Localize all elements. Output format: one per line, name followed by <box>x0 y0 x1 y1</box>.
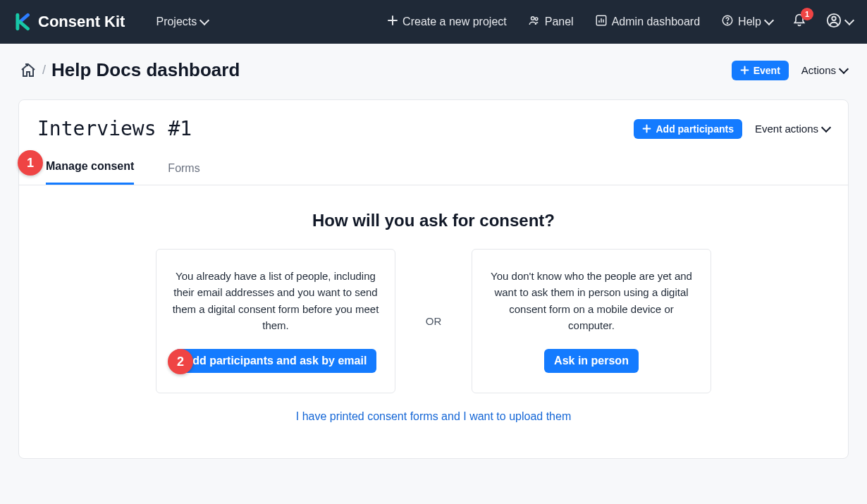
page-actions-label: Actions <box>801 64 836 76</box>
home-breadcrumb[interactable] <box>20 62 37 79</box>
add-participants-label: Add participants <box>656 123 733 135</box>
projects-dropdown[interactable]: Projects <box>149 11 215 32</box>
event-card: Interviews #1 Add participants Event act… <box>18 99 849 459</box>
plus-icon <box>387 15 398 29</box>
ask-by-email-button[interactable]: Add participants and ask by email <box>175 349 377 373</box>
svg-point-6 <box>832 17 836 21</box>
event-actions-dropdown[interactable]: Event actions <box>755 123 830 135</box>
admin-dashboard-link[interactable]: Admin dashboard <box>588 10 707 34</box>
panel-label: Panel <box>545 16 574 28</box>
breadcrumb-separator: / <box>42 63 46 78</box>
event-tabs: 1 Manage consent Forms <box>19 140 848 185</box>
panel-icon <box>528 14 541 30</box>
tab-forms[interactable]: Forms <box>168 162 199 185</box>
chevron-down-icon <box>199 16 209 25</box>
annotation-step-1: 1 <box>18 150 43 176</box>
add-participants-button[interactable]: Add participants <box>634 119 742 139</box>
create-project-button[interactable]: Create a new project <box>380 11 514 33</box>
brand-logo-icon <box>14 13 32 31</box>
notification-count-badge: 1 <box>801 8 813 20</box>
consent-option-inperson-desc: You don't know who the people are yet an… <box>488 268 695 333</box>
page-actions-dropdown[interactable]: Actions <box>801 64 847 76</box>
or-separator: OR <box>412 249 455 393</box>
chevron-down-icon <box>839 63 849 73</box>
upload-printed-forms-link[interactable]: I have printed consent forms and I want … <box>37 410 830 423</box>
chevron-down-icon <box>764 16 774 25</box>
svg-point-1 <box>535 18 538 20</box>
event-title: Interviews #1 <box>37 117 192 140</box>
top-nav: Consent Kit Projects Create a new projec… <box>0 0 867 44</box>
create-project-label: Create a new project <box>402 16 507 28</box>
consent-option-email-desc: You already have a list of people, inclu… <box>172 268 379 333</box>
new-event-button[interactable]: Event <box>732 61 789 80</box>
brand-name: Consent Kit <box>38 13 125 31</box>
svg-point-0 <box>531 17 534 20</box>
chevron-down-icon <box>821 122 831 132</box>
plus-icon <box>740 66 749 75</box>
admin-label: Admin dashboard <box>612 16 700 28</box>
help-label: Help <box>738 16 761 28</box>
panel-link[interactable]: Panel <box>521 10 581 34</box>
consent-option-email: You already have a list of people, inclu… <box>156 249 395 393</box>
page-title: Help Docs dashboard <box>51 59 240 81</box>
dashboard-icon <box>595 14 608 30</box>
chevron-down-icon <box>844 16 854 25</box>
projects-label: Projects <box>156 16 197 28</box>
plus-icon <box>642 124 651 133</box>
consent-heading: How will you ask for consent? <box>37 211 830 231</box>
new-event-label: Event <box>754 65 780 76</box>
tab-manage-consent[interactable]: Manage consent <box>46 160 134 185</box>
svg-point-4 <box>727 23 727 23</box>
user-icon <box>826 13 842 31</box>
consent-panel: How will you ask for consent? You alread… <box>19 185 848 430</box>
ask-in-person-button[interactable]: Ask in person <box>544 349 639 373</box>
page-header-bar: / Help Docs dashboard Event Actions <box>0 44 867 88</box>
notifications-button[interactable]: 1 <box>787 9 812 35</box>
user-menu[interactable] <box>819 8 853 35</box>
brand[interactable]: Consent Kit <box>14 13 125 31</box>
help-dropdown[interactable]: Help <box>714 10 780 34</box>
consent-option-inperson: You don't know who the people are yet an… <box>472 249 711 393</box>
event-actions-label: Event actions <box>755 123 818 135</box>
annotation-step-2: 2 <box>168 349 193 374</box>
help-icon <box>721 14 734 30</box>
